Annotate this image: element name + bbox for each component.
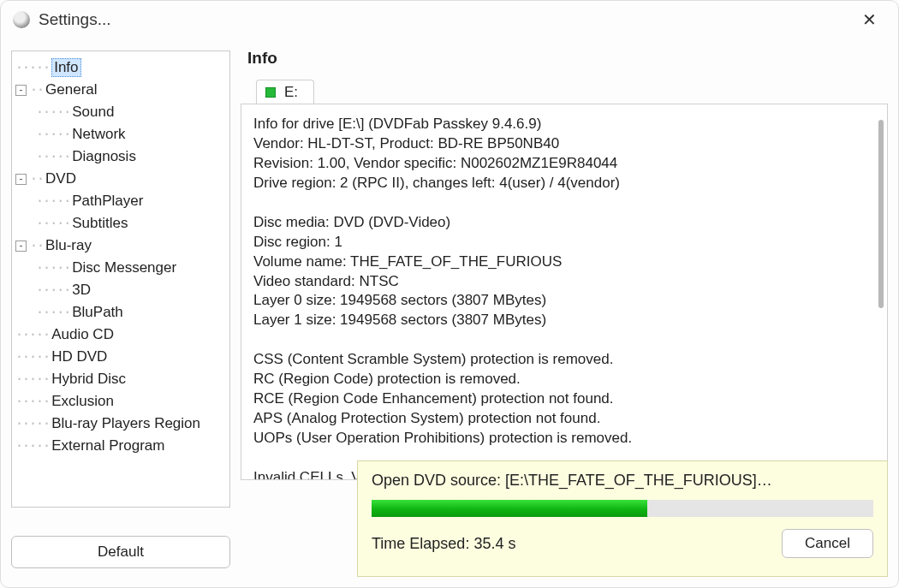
settings-tree-panel: ·····Info-··General ·····Sound ·····Netw…	[11, 50, 230, 508]
tree-item[interactable]: ·····Info	[15, 56, 226, 79]
tree-connector-icon: ·····	[15, 127, 70, 142]
tree-connector-icon: ·····	[15, 260, 70, 276]
tree-item-label: Disc Messenger	[72, 259, 176, 276]
tree-item[interactable]: ·····Diagnosis	[15, 146, 226, 168]
tree-item-label: Audio CD	[51, 326, 114, 343]
tree-connector-icon: ·····	[15, 305, 70, 320]
tree-item-label: General	[45, 81, 97, 98]
tree-item-label: 3D	[72, 282, 91, 299]
tree-item[interactable]: ·····BluPath	[15, 301, 226, 324]
app-icon	[13, 11, 30, 28]
tree-connector-icon: ·····	[15, 394, 50, 409]
tree-item-label: HD DVD	[51, 348, 107, 365]
tree-connector-icon: ·····	[15, 416, 50, 431]
tree-item-label: Blu-ray	[45, 237, 92, 254]
window-body: ·····Info-··General ·····Sound ·····Netw…	[11, 45, 888, 577]
close-icon[interactable]: ✕	[852, 7, 886, 33]
tree-item[interactable]: ·····PathPlayer	[15, 190, 226, 212]
tree-connector-icon: ·····	[15, 149, 70, 164]
info-text: Info for drive [E:\] (DVDFab Passkey 9.4…	[253, 115, 875, 480]
tree-expander-icon[interactable]: -	[15, 85, 27, 96]
tree-item[interactable]: ·····Sound	[15, 101, 226, 123]
tree-item[interactable]: ·····Subtitles	[15, 212, 226, 235]
tree-item-label: Blu-ray Players Region	[51, 415, 200, 432]
tree-connector-icon: ·····	[15, 60, 50, 75]
tree-connector-icon: ·····	[15, 438, 50, 454]
window-title: Settings...	[39, 10, 111, 29]
tree-connector-icon: ·····	[15, 327, 50, 342]
tree-item-label: Hybrid Disc	[51, 371, 126, 388]
info-text-box: Info for drive [E:\] (DVDFab Passkey 9.4…	[241, 104, 888, 480]
drive-status-icon	[265, 87, 276, 98]
tree-connector-icon: ·····	[15, 104, 70, 120]
tree-item[interactable]: ·····Exclusion	[15, 390, 226, 413]
tree-connector-icon: ·····	[15, 349, 50, 365]
tree-item[interactable]: ·····Network	[15, 123, 226, 146]
tab-drive-e[interactable]: E:	[256, 80, 314, 104]
tree-item[interactable]: ·····HD DVD	[15, 346, 226, 368]
time-elapsed-label: Time Elapsed: 35.4 s	[372, 535, 515, 553]
tree-item[interactable]: ·····Hybrid Disc	[15, 368, 226, 390]
tree-connector-icon: ·····	[15, 216, 70, 231]
tree-connector-icon: ·····	[15, 282, 70, 298]
drive-tabbar: E:	[241, 76, 888, 104]
section-title: Info	[241, 45, 888, 76]
tree-connector-icon: ··	[30, 171, 44, 187]
scrollbar-thumb[interactable]	[878, 120, 884, 308]
tree-item[interactable]: -··Blu-ray	[15, 235, 226, 257]
default-button[interactable]: Default	[11, 536, 230, 568]
progress-bar-fill	[372, 500, 647, 517]
tree-item-label: BluPath	[72, 304, 123, 321]
tree-item-label: Sound	[72, 104, 114, 121]
info-panel: Info E: Info for drive [E:\] (DVDFab Pas…	[241, 45, 888, 517]
progress-bar	[372, 500, 873, 517]
progress-footer: Time Elapsed: 35.4 s Cancel	[372, 529, 873, 558]
tree-item-label: Exclusion	[51, 393, 114, 410]
settings-tree: ·····Info-··General ·····Sound ·····Netw…	[15, 56, 226, 457]
tree-expander-icon[interactable]: -	[15, 241, 27, 252]
tree-item[interactable]: -··General	[15, 79, 226, 101]
tree-connector-icon: ··	[30, 238, 44, 253]
tree-item[interactable]: ·····Disc Messenger	[15, 257, 226, 279]
tree-item-label: External Program	[51, 437, 164, 454]
tree-item-label: PathPlayer	[72, 193, 143, 210]
tree-item[interactable]: ·····Blu-ray Players Region	[15, 413, 226, 435]
tree-connector-icon: ··	[30, 82, 44, 98]
titlebar: Settings... ✕	[1, 1, 898, 39]
tab-label: E:	[284, 84, 298, 101]
tree-item[interactable]: ·····Audio CD	[15, 324, 226, 346]
tree-item-label: Info	[51, 58, 80, 77]
tree-item[interactable]: ·····3D	[15, 279, 226, 301]
cancel-button[interactable]: Cancel	[782, 529, 873, 558]
progress-popup: Open DVD source: [E:\THE_FATE_OF_THE_FUR…	[357, 460, 888, 577]
tree-item-label: Network	[72, 126, 125, 143]
tree-item[interactable]: -··DVD	[15, 168, 226, 190]
tree-connector-icon: ·····	[15, 193, 70, 209]
tree-item[interactable]: ·····External Program	[15, 435, 226, 457]
tree-item-label: Diagnosis	[72, 148, 136, 165]
tree-item-label: Subtitles	[72, 215, 128, 232]
settings-window: Settings... ✕ ·····Info-··General ·····S…	[0, 0, 899, 588]
tree-item-label: DVD	[45, 170, 76, 187]
progress-title: Open DVD source: [E:\THE_FATE_OF_THE_FUR…	[372, 472, 873, 490]
tree-connector-icon: ·····	[15, 371, 50, 387]
tree-expander-icon[interactable]: -	[15, 174, 27, 185]
